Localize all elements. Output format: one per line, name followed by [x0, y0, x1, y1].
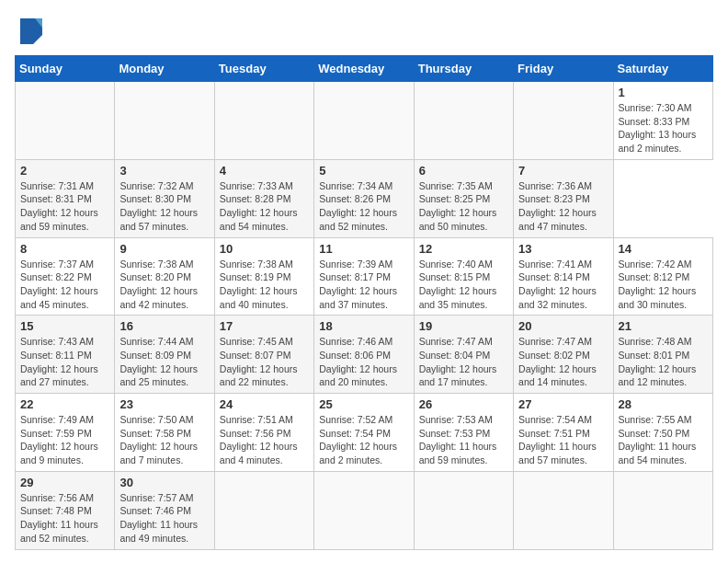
- day-number: 10: [220, 242, 309, 256]
- day-number: 30: [119, 476, 209, 489]
- day-cell-4: 4Sunrise: 7:33 AMSunset: 8:28 PMDaylight…: [214, 159, 313, 237]
- day-cell-21: 21Sunrise: 7:48 AMSunset: 8:01 PMDayligh…: [613, 316, 712, 394]
- day-number: 26: [419, 397, 508, 411]
- day-number: 12: [419, 242, 508, 256]
- empty-cell: [613, 471, 712, 549]
- day-number: 20: [518, 319, 608, 333]
- day-number: 6: [419, 164, 508, 178]
- day-number: 15: [20, 319, 109, 333]
- day-number: 18: [319, 319, 408, 333]
- calendar-header-row: SundayMondayTuesdayWednesdayThursdayFrid…: [16, 56, 713, 82]
- day-info: Sunrise: 7:54 AMSunset: 7:51 PMDaylight:…: [518, 414, 597, 465]
- day-info: Sunrise: 7:39 AMSunset: 8:17 PMDaylight:…: [319, 259, 397, 310]
- day-cell-30: 30Sunrise: 7:57 AMSunset: 7:46 PMDayligh…: [115, 471, 214, 549]
- day-header-friday: Friday: [514, 56, 613, 82]
- day-info: Sunrise: 7:55 AMSunset: 7:50 PMDaylight:…: [619, 414, 697, 465]
- day-info: Sunrise: 7:37 AMSunset: 8:22 PMDaylight:…: [20, 259, 98, 310]
- day-number: 4: [220, 164, 309, 178]
- day-cell-20: 20Sunrise: 7:47 AMSunset: 8:02 PMDayligh…: [514, 316, 613, 394]
- day-number: 16: [119, 319, 209, 333]
- header: [15, 15, 713, 44]
- day-header-tuesday: Tuesday: [214, 56, 313, 82]
- day-info: Sunrise: 7:38 AMSunset: 8:20 PMDaylight:…: [119, 259, 198, 310]
- day-info: Sunrise: 7:48 AMSunset: 8:01 PMDaylight:…: [619, 336, 697, 387]
- day-cell-8: 8Sunrise: 7:37 AMSunset: 8:22 PMDaylight…: [16, 237, 115, 316]
- empty-cell: [514, 82, 613, 160]
- day-header-sunday: Sunday: [16, 56, 115, 82]
- calendar-week-4: 22Sunrise: 7:49 AMSunset: 7:59 PMDayligh…: [16, 394, 713, 472]
- day-cell-12: 12Sunrise: 7:40 AMSunset: 8:15 PMDayligh…: [414, 237, 513, 316]
- day-info: Sunrise: 7:50 AMSunset: 7:58 PMDaylight:…: [119, 414, 198, 465]
- empty-cell: [16, 82, 115, 160]
- day-header-monday: Monday: [115, 56, 214, 82]
- day-number: 8: [20, 242, 109, 256]
- day-cell-5: 5Sunrise: 7:34 AMSunset: 8:26 PMDaylight…: [314, 159, 414, 237]
- day-info: Sunrise: 7:45 AMSunset: 8:07 PMDaylight:…: [220, 336, 298, 387]
- calendar-table: SundayMondayTuesdayWednesdayThursdayFrid…: [15, 55, 713, 550]
- empty-cell: [314, 471, 414, 549]
- day-cell-6: 6Sunrise: 7:35 AMSunset: 8:25 PMDaylight…: [414, 159, 513, 237]
- day-number: 21: [619, 319, 708, 333]
- day-header-thursday: Thursday: [414, 56, 513, 82]
- day-cell-9: 9Sunrise: 7:38 AMSunset: 8:20 PMDaylight…: [115, 237, 214, 316]
- day-cell-2: 2Sunrise: 7:31 AMSunset: 8:31 PMDaylight…: [16, 159, 115, 237]
- day-cell-22: 22Sunrise: 7:49 AMSunset: 7:59 PMDayligh…: [16, 394, 115, 472]
- logo-icon: [17, 15, 46, 44]
- day-info: Sunrise: 7:33 AMSunset: 8:28 PMDaylight:…: [220, 180, 298, 232]
- day-cell-17: 17Sunrise: 7:45 AMSunset: 8:07 PMDayligh…: [214, 316, 313, 394]
- day-number: 17: [220, 319, 309, 333]
- day-number: 11: [319, 242, 408, 256]
- day-number: 5: [319, 164, 408, 178]
- day-cell-7: 7Sunrise: 7:36 AMSunset: 8:23 PMDaylight…: [514, 159, 613, 237]
- day-info: Sunrise: 7:30 AMSunset: 8:33 PMDaylight:…: [619, 102, 697, 154]
- day-cell-24: 24Sunrise: 7:51 AMSunset: 7:56 PMDayligh…: [214, 394, 313, 472]
- day-header-saturday: Saturday: [613, 56, 712, 82]
- empty-cell: [314, 82, 414, 160]
- day-number: 29: [20, 476, 109, 489]
- day-info: Sunrise: 7:57 AMSunset: 7:46 PMDaylight:…: [119, 492, 198, 544]
- day-number: 27: [518, 397, 608, 411]
- day-info: Sunrise: 7:56 AMSunset: 7:48 PMDaylight:…: [20, 492, 98, 544]
- empty-cell: [514, 471, 613, 549]
- day-header-wednesday: Wednesday: [314, 56, 414, 82]
- day-info: Sunrise: 7:40 AMSunset: 8:15 PMDaylight:…: [419, 259, 497, 310]
- day-cell-16: 16Sunrise: 7:44 AMSunset: 8:09 PMDayligh…: [115, 316, 214, 394]
- calendar-week-1: 2Sunrise: 7:31 AMSunset: 8:31 PMDaylight…: [16, 159, 713, 237]
- day-number: 3: [119, 164, 209, 178]
- day-info: Sunrise: 7:41 AMSunset: 8:14 PMDaylight:…: [518, 259, 597, 310]
- day-info: Sunrise: 7:43 AMSunset: 8:11 PMDaylight:…: [20, 336, 98, 387]
- day-cell-18: 18Sunrise: 7:46 AMSunset: 8:06 PMDayligh…: [314, 316, 414, 394]
- calendar-week-5: 29Sunrise: 7:56 AMSunset: 7:48 PMDayligh…: [16, 471, 713, 549]
- empty-cell: [214, 471, 313, 549]
- day-number: 23: [119, 397, 209, 411]
- day-cell-3: 3Sunrise: 7:32 AMSunset: 8:30 PMDaylight…: [115, 159, 214, 237]
- day-info: Sunrise: 7:53 AMSunset: 7:53 PMDaylight:…: [419, 414, 497, 465]
- empty-cell: [115, 82, 214, 160]
- day-number: 14: [619, 242, 708, 256]
- day-number: 19: [419, 319, 508, 333]
- day-info: Sunrise: 7:38 AMSunset: 8:19 PMDaylight:…: [220, 259, 298, 310]
- day-cell-25: 25Sunrise: 7:52 AMSunset: 7:54 PMDayligh…: [314, 394, 414, 472]
- calendar-week-0: 1Sunrise: 7:30 AMSunset: 8:33 PMDaylight…: [16, 82, 713, 160]
- day-number: 7: [518, 164, 608, 178]
- day-number: 9: [119, 242, 209, 256]
- day-number: 1: [619, 86, 708, 99]
- day-info: Sunrise: 7:46 AMSunset: 8:06 PMDaylight:…: [319, 336, 397, 387]
- day-cell-23: 23Sunrise: 7:50 AMSunset: 7:58 PMDayligh…: [115, 394, 214, 472]
- day-cell-10: 10Sunrise: 7:38 AMSunset: 8:19 PMDayligh…: [214, 237, 313, 316]
- day-cell-26: 26Sunrise: 7:53 AMSunset: 7:53 PMDayligh…: [414, 394, 513, 472]
- day-number: 13: [518, 242, 608, 256]
- day-info: Sunrise: 7:51 AMSunset: 7:56 PMDaylight:…: [220, 414, 298, 465]
- calendar-week-2: 8Sunrise: 7:37 AMSunset: 8:22 PMDaylight…: [16, 237, 713, 316]
- calendar-week-3: 15Sunrise: 7:43 AMSunset: 8:11 PMDayligh…: [16, 316, 713, 394]
- day-info: Sunrise: 7:32 AMSunset: 8:30 PMDaylight:…: [119, 180, 198, 232]
- day-info: Sunrise: 7:52 AMSunset: 7:54 PMDaylight:…: [319, 414, 397, 465]
- day-info: Sunrise: 7:36 AMSunset: 8:23 PMDaylight:…: [518, 180, 597, 232]
- day-cell-28: 28Sunrise: 7:55 AMSunset: 7:50 PMDayligh…: [613, 394, 712, 472]
- empty-cell: [214, 82, 313, 160]
- day-number: 22: [20, 397, 109, 411]
- day-info: Sunrise: 7:42 AMSunset: 8:12 PMDaylight:…: [619, 259, 697, 310]
- day-info: Sunrise: 7:31 AMSunset: 8:31 PMDaylight:…: [20, 180, 98, 232]
- day-cell-13: 13Sunrise: 7:41 AMSunset: 8:14 PMDayligh…: [514, 237, 613, 316]
- day-info: Sunrise: 7:35 AMSunset: 8:25 PMDaylight:…: [419, 180, 497, 232]
